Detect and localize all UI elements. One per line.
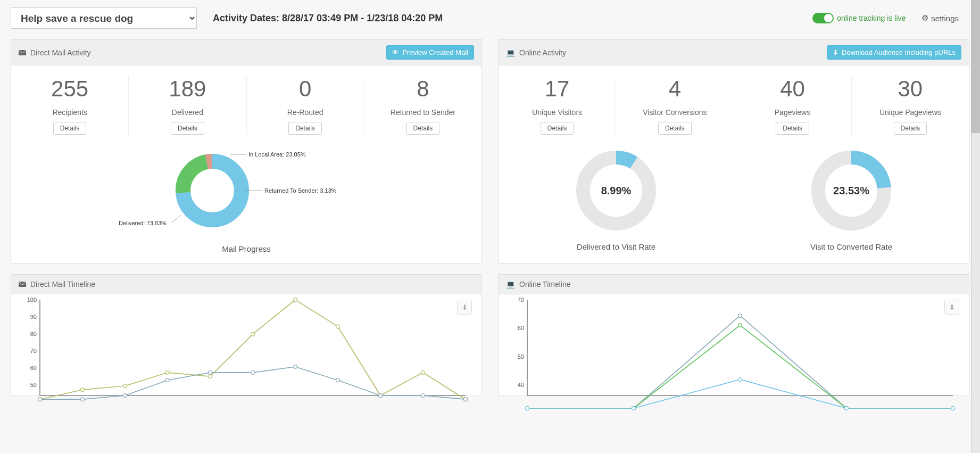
svg-point-20 (251, 332, 254, 336)
rate-label: Delivered to Visit Rate (499, 242, 734, 251)
svg-point-34 (378, 394, 382, 398)
details-button[interactable]: Details (53, 122, 87, 135)
svg-point-17 (123, 384, 127, 388)
metric-value: 40 (737, 76, 848, 102)
panel-title: Direct Mail Activity (30, 48, 91, 57)
svg-text:23.53%: 23.53% (833, 185, 869, 196)
envelope-icon (19, 50, 26, 55)
svg-point-39 (738, 314, 742, 318)
donut-label-delivered: Delivered: 73.83% (119, 220, 167, 226)
metric-value: 4 (619, 76, 730, 102)
svg-point-47 (525, 407, 529, 410)
scrollbar-thumb[interactable] (971, 0, 980, 133)
rate-label: Visit to Converted Rate (734, 242, 969, 251)
download-audience-button[interactable]: ⬇ Download Audience Including pURLs (827, 45, 961, 60)
svg-point-50 (844, 407, 848, 410)
preview-created-mail-button[interactable]: 👁 Preview Created Mail (386, 45, 474, 60)
metric-value: 0 (250, 76, 361, 102)
details-button[interactable]: Details (406, 122, 440, 135)
metric-label: Unique Visitors (502, 108, 612, 117)
settings-link[interactable]: ⚙ settings (921, 13, 959, 23)
download-icon: ⬇ (833, 48, 838, 56)
panel-title: Online Activity (519, 48, 566, 57)
tracking-toggle-label: online tracking is live (837, 14, 906, 22)
metric-pageviews: 40 Pageviews Details (734, 76, 852, 135)
online-timeline-chart: ⬇ 40506070 (499, 294, 969, 396)
svg-point-18 (165, 370, 169, 374)
donut-label-returned: Returned To Sender: 3.13% (264, 187, 337, 194)
campaign-select[interactable]: Help save a rescue dog (11, 7, 197, 29)
metric-label: Pageviews (737, 108, 848, 117)
svg-point-29 (165, 378, 169, 382)
toggle-switch-icon (812, 13, 834, 23)
laptop-icon: 💻 (506, 48, 515, 57)
metric-value: 30 (855, 76, 966, 102)
metric-value: 17 (502, 76, 612, 102)
envelope-icon (19, 282, 26, 287)
metric-label: Recipients (14, 108, 125, 117)
activity-dates: Activity Dates: 8/28/17 03:49 PM - 1/23/… (213, 13, 443, 24)
details-button[interactable]: Details (776, 122, 809, 135)
metric-returned: 8 Returned to Sender Details (364, 76, 481, 135)
details-button[interactable]: Details (894, 122, 927, 135)
svg-point-35 (421, 394, 425, 398)
svg-point-30 (208, 370, 212, 374)
metric-delivered: 189 Delivered Details (129, 76, 246, 135)
panel-title: Online Timeline (519, 280, 571, 289)
details-button[interactable]: Details (288, 122, 322, 135)
svg-point-19 (208, 375, 212, 378)
vertical-scrollbar[interactable] (971, 0, 980, 453)
button-label: Download Audience Including pURLs (842, 48, 956, 56)
metric-label: Re-Routed (250, 108, 361, 117)
svg-point-26 (38, 398, 41, 401)
visit-to-converted-rate: 23.53% Visit to Converted Rate (734, 145, 969, 251)
laptop-icon: 💻 (506, 280, 515, 289)
svg-point-16 (80, 388, 84, 392)
svg-point-27 (80, 398, 84, 401)
online-timeline-panel: 💻 Online Timeline ⬇ 40506070 (498, 274, 969, 396)
metric-label: Unique Pageviews (855, 108, 966, 117)
svg-point-32 (293, 365, 297, 369)
donut-label-local: In Local Area: 23.05% (248, 151, 306, 158)
metric-label: Delivered (132, 108, 243, 117)
svg-point-24 (421, 370, 425, 374)
svg-point-31 (251, 370, 254, 374)
svg-point-21 (293, 298, 297, 302)
metric-recipients: 255 Recipients Details (11, 76, 129, 135)
top-bar: Help save a rescue dog Activity Dates: 8… (11, 7, 969, 29)
direct-mail-activity-panel: Direct Mail Activity 👁 Preview Created M… (11, 39, 482, 263)
settings-link-label: settings (931, 14, 959, 23)
tracking-toggle[interactable]: online tracking is live (812, 13, 906, 23)
svg-point-28 (123, 394, 127, 398)
panel-title: Direct Mail Timeline (30, 280, 95, 289)
delivered-to-visit-rate: 8.99% Delivered to Visit Rate (499, 145, 734, 251)
direct-mail-timeline-panel: Direct Mail Timeline ⬇ 5060708090100 (11, 274, 482, 396)
mail-progress-chart: In Local Area: 23.05% Returned To Sender… (11, 140, 481, 241)
svg-point-22 (336, 325, 339, 328)
svg-text:8.99%: 8.99% (601, 185, 632, 196)
details-button[interactable]: Details (541, 122, 574, 135)
svg-point-48 (632, 407, 635, 410)
metric-value: 189 (132, 76, 243, 102)
metric-label: Visitor Conversions (619, 108, 730, 117)
metric-visitor-conversions: 4 Visitor Conversions Details (616, 76, 734, 135)
svg-line-7 (172, 215, 181, 223)
details-button[interactable]: Details (658, 122, 692, 135)
metric-unique-pageviews: 30 Unique Pageviews Details (852, 76, 969, 135)
eye-icon: 👁 (392, 48, 399, 56)
online-activity-panel: 💻 Online Activity ⬇ Download Audience In… (498, 39, 969, 263)
metric-value: 255 (14, 76, 125, 102)
details-button[interactable]: Details (171, 122, 204, 135)
metric-rerouted: 0 Re-Routed Details (247, 76, 364, 135)
gear-icon: ⚙ (921, 13, 928, 23)
metric-unique-visitors: 17 Unique Visitors Details (499, 76, 616, 135)
direct-mail-timeline-chart: ⬇ 5060708090100 (11, 294, 481, 396)
mail-progress-title: Mail Progress (11, 241, 481, 263)
svg-point-51 (951, 407, 954, 410)
svg-point-44 (738, 324, 742, 327)
button-label: Preview Created Mail (402, 48, 468, 56)
svg-point-33 (336, 378, 339, 382)
metric-label: Returned to Sender (368, 108, 478, 117)
svg-point-36 (463, 398, 467, 401)
svg-point-49 (738, 378, 742, 382)
